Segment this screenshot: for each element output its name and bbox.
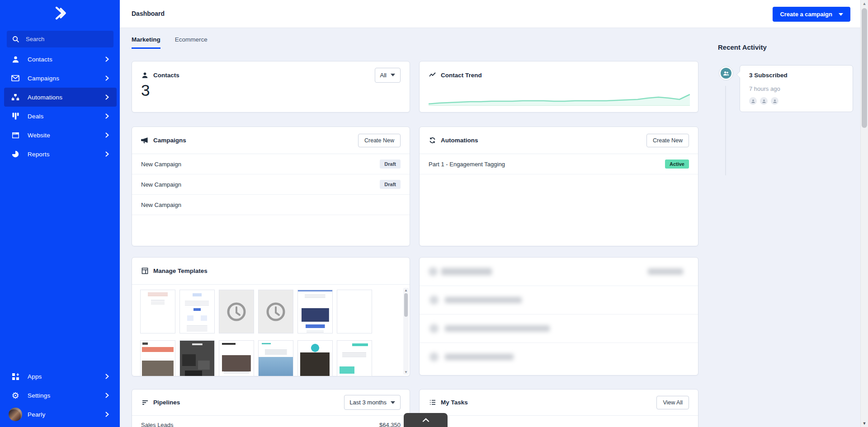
template-thumbnail-sky[interactable]	[258, 340, 293, 376]
template-thumbnail-teal[interactable]	[337, 340, 372, 376]
campaigns-card-header: Campaigns Create New	[132, 127, 410, 154]
sidebar: ContactsCampaignsAutomationsDealsWebsite…	[0, 0, 120, 427]
sidebar-item-campaigns[interactable]: Campaigns	[4, 69, 117, 88]
chevron-right-icon	[105, 94, 109, 100]
person-icon	[141, 71, 149, 79]
page-scrollbar-thumb[interactable]	[862, 8, 867, 128]
scrollbar-down-arrow-icon[interactable]: ▼	[861, 421, 868, 426]
sidebar-item-label: Settings	[28, 392, 50, 399]
redacted-filter	[648, 268, 683, 275]
scroll-up-arrow-icon[interactable]: ▲	[403, 288, 409, 292]
sidebar-item-pearly[interactable]: Pearly	[4, 405, 117, 424]
sidebar-bottom-nav: Apps⚙SettingsPearly	[0, 367, 120, 424]
chevron-right-icon	[105, 151, 109, 157]
sidebar-item-label: Deals	[28, 113, 44, 120]
contacts-filter-select[interactable]: All	[375, 68, 401, 83]
contact-trend-card: Contact Trend	[419, 61, 698, 113]
pipelines-range-select[interactable]: Last 3 months	[344, 395, 401, 410]
person-icon	[11, 55, 20, 64]
sidebar-item-reports[interactable]: Reports	[4, 145, 117, 164]
search-input[interactable]	[25, 35, 104, 43]
campaign-row[interactable]: New Campaign	[132, 195, 410, 215]
contact-trend-header: Contact Trend	[420, 61, 698, 89]
campaign-row[interactable]: New CampaignDraft	[132, 174, 410, 195]
sidebar-item-deals[interactable]: Deals	[4, 107, 117, 126]
page-scrollbar[interactable]: ▲ ▼	[860, 0, 868, 427]
divider	[420, 343, 698, 343]
megaphone-icon	[141, 136, 149, 144]
website-icon	[11, 131, 20, 140]
activity-card[interactable]: 3 Subscribed 7 hours ago	[740, 65, 853, 112]
activecampaign-logo-icon[interactable]	[52, 5, 69, 22]
sidebar-item-settings[interactable]: ⚙Settings	[4, 386, 117, 405]
pipeline-row[interactable]: Sales Leads$64,350	[132, 416, 410, 427]
scroll-down-arrow-icon[interactable]: ▼	[403, 370, 409, 374]
chevron-right-icon	[105, 374, 109, 379]
trend-line-icon	[429, 71, 436, 79]
chevron-right-icon	[105, 132, 109, 138]
sidebar-item-automations[interactable]: Automations	[4, 88, 117, 107]
campaigns-list: New CampaignDraftNew CampaignDraftNew Ca…	[132, 154, 410, 215]
tab-marketing[interactable]: Marketing	[132, 36, 160, 49]
status-badge: Draft	[380, 180, 401, 189]
avatar-icon	[9, 408, 22, 421]
template-thumbnail-blank[interactable]	[337, 290, 372, 333]
template-thumbnail-letter[interactable]	[140, 290, 175, 333]
redacted-row-text	[445, 325, 550, 332]
redacted-row-text	[445, 297, 522, 303]
create-campaign-button[interactable]: Create a campaign	[773, 7, 850, 22]
sidebar-item-label: Reports	[28, 151, 50, 158]
template-thumbnail-portfolio[interactable]	[219, 340, 254, 376]
envelope-icon	[11, 74, 20, 83]
tasks-card-header: My Tasks View All	[420, 389, 698, 416]
template-thumbnail-clock[interactable]	[219, 290, 254, 333]
scroll-to-top-button[interactable]	[404, 413, 448, 427]
sidebar-item-apps[interactable]: Apps	[4, 367, 117, 386]
recent-activity-title: Recent Activity	[718, 43, 767, 51]
template-thumbnail-modernist[interactable]	[140, 340, 175, 376]
caret-down-icon	[839, 13, 843, 16]
automations-create-new-button[interactable]: Create New	[646, 134, 689, 147]
pipelines-card: Pipelines Last 3 months Sales Leads$64,3…	[132, 389, 410, 427]
template-thumbnail-dark-collage[interactable]	[179, 340, 215, 376]
activity-timeline	[725, 86, 726, 175]
automation-row-name: Part 1 - Engagement Tagging	[429, 161, 505, 168]
contact-avatar-icon[interactable]	[760, 97, 768, 105]
pipelines-range-value: Last 3 months	[349, 399, 387, 406]
sidebar-item-website[interactable]: Website	[4, 126, 117, 145]
automations-card-title: Automations	[441, 137, 478, 144]
app-root: ContactsCampaignsAutomationsDealsWebsite…	[0, 0, 868, 427]
campaign-row-name: New Campaign	[141, 202, 181, 208]
user-avatar	[9, 408, 22, 421]
campaigns-card: Campaigns Create New New CampaignDraftNe…	[132, 127, 410, 246]
sidebar-item-label: Pearly	[28, 411, 45, 418]
refresh-icon	[429, 136, 436, 144]
template-thumbnails-row1	[140, 290, 372, 333]
template-thumbnail-clock[interactable]	[258, 290, 293, 333]
tab-ecommerce[interactable]: Ecommerce	[175, 36, 208, 49]
redacted-row-icon	[429, 296, 439, 305]
pipelines-card-title: Pipelines	[153, 399, 180, 406]
template-thumbnail-profile[interactable]	[297, 340, 333, 376]
templates-scrollbar-thumb[interactable]	[404, 293, 408, 317]
tasks-view-all-button[interactable]: View All	[656, 396, 689, 409]
contacts-card-header: Contacts All	[132, 61, 410, 89]
templates-scrollbar[interactable]: ▲ ▼	[403, 288, 409, 375]
activity-avatars	[749, 97, 778, 105]
campaigns-create-new-button[interactable]: Create New	[358, 134, 401, 147]
template-thumbnail-newsletter[interactable]	[179, 290, 215, 333]
contact-avatar-icon[interactable]	[771, 97, 778, 105]
contact-trend-chart	[429, 89, 690, 108]
chevron-right-icon	[105, 113, 109, 119]
caret-down-icon	[391, 74, 395, 76]
campaign-row[interactable]: New CampaignDraft	[132, 154, 410, 174]
manage-templates-card: Manage Templates ▲ ▼	[132, 257, 410, 376]
sidebar-item-contacts[interactable]: Contacts	[4, 50, 117, 69]
scrollbar-up-arrow-icon[interactable]: ▲	[861, 1, 868, 6]
divider	[420, 286, 698, 286]
gear-icon: ⚙	[11, 391, 20, 400]
template-thumbnail-promo[interactable]	[297, 290, 333, 333]
contact-avatar-icon[interactable]	[749, 97, 757, 105]
create-campaign-label: Create a campaign	[780, 11, 832, 18]
automation-row[interactable]: Part 1 - Engagement TaggingActive	[420, 154, 698, 174]
